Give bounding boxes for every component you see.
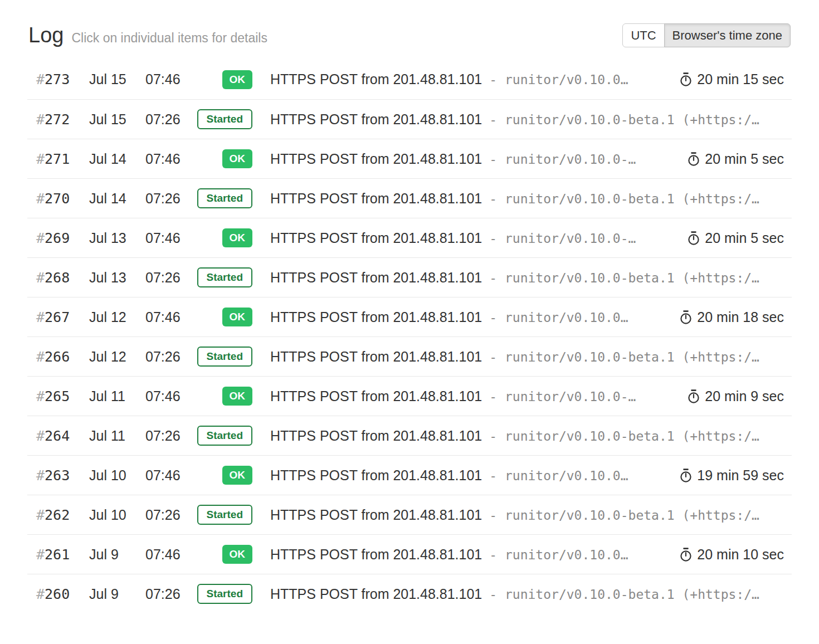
hash-prefix: # <box>36 309 45 325</box>
event-number: #264 <box>36 428 89 444</box>
stopwatch-icon <box>687 152 700 167</box>
event-date: Jul 11 <box>89 428 145 444</box>
status-badge-cell: OK <box>201 228 252 247</box>
request-summary: HTTPS POST from 201.48.81.101 <box>270 586 482 602</box>
user-agent: - runitor/v0.10.0-beta.1 (+https:/… <box>489 350 759 364</box>
event-time: 07:46 <box>145 71 201 87</box>
duration: 20 min 15 sec <box>667 71 784 87</box>
event-time: 07:26 <box>145 507 201 523</box>
event-date: Jul 12 <box>89 349 145 365</box>
duration-text: 20 min 15 sec <box>697 71 784 87</box>
log-row[interactable]: #272 Jul 15 07:26 Started HTTPS POST fro… <box>27 99 792 139</box>
hash-prefix: # <box>36 151 45 167</box>
event-description: HTTPS POST from 201.48.81.101 - runitor/… <box>270 428 784 444</box>
status-badge-cell: OK <box>201 545 252 564</box>
log-row[interactable]: #268 Jul 13 07:26 Started HTTPS POST fro… <box>27 257 792 297</box>
event-time: 07:46 <box>145 388 201 404</box>
log-row[interactable]: #261 Jul 9 07:46 OK HTTPS POST from 201.… <box>27 534 792 574</box>
status-badge: Started <box>197 584 252 604</box>
status-badge-cell: Started <box>201 188 252 208</box>
hash-prefix: # <box>36 71 45 87</box>
event-time: 07:46 <box>145 230 201 246</box>
request-summary: HTTPS POST from 201.48.81.101 <box>270 71 482 87</box>
event-description: HTTPS POST from 201.48.81.101 - runitor/… <box>270 507 784 523</box>
request-summary: HTTPS POST from 201.48.81.101 <box>270 388 482 404</box>
hash-prefix: # <box>36 547 45 563</box>
event-time: 07:26 <box>145 111 201 128</box>
user-agent: - runitor/v0.10.0-beta.1 (+https:/… <box>489 508 759 523</box>
hash-prefix: # <box>36 270 45 286</box>
log-row[interactable]: #273 Jul 15 07:46 OK HTTPS POST from 201… <box>27 60 792 99</box>
log-row[interactable]: #267 Jul 12 07:46 OK HTTPS POST from 201… <box>27 297 792 336</box>
request-summary: HTTPS POST from 201.48.81.101 <box>270 111 482 128</box>
log-row[interactable]: #263 Jul 10 07:46 OK HTTPS POST from 201… <box>27 455 792 495</box>
event-time: 07:26 <box>145 270 201 286</box>
user-agent: - runitor/v0.10.0-beta.1 (+https:/… <box>489 271 759 285</box>
status-badge: Started <box>197 267 252 287</box>
status-badge: OK <box>222 70 253 89</box>
stopwatch-icon <box>679 468 693 483</box>
event-number: #273 <box>36 71 89 87</box>
status-badge-cell: Started <box>201 505 252 525</box>
browser-timezone-button[interactable]: Browser's time zone <box>664 23 791 47</box>
status-badge: OK <box>222 308 253 326</box>
utc-button[interactable]: UTC <box>622 23 664 47</box>
log-row[interactable]: #266 Jul 12 07:26 Started HTTPS POST fro… <box>27 336 792 376</box>
log-row[interactable]: #262 Jul 10 07:26 Started HTTPS POST fro… <box>27 495 792 534</box>
log-row[interactable]: #271 Jul 14 07:46 OK HTTPS POST from 201… <box>27 139 792 178</box>
user-agent: - runitor/v0.10.0… <box>489 72 628 87</box>
duration: 20 min 5 sec <box>675 151 784 167</box>
user-agent: - runitor/v0.10.0-beta.1 (+https:/… <box>489 113 759 127</box>
user-agent: - runitor/v0.10.0-… <box>489 152 636 167</box>
status-badge-cell: OK <box>201 387 252 406</box>
log-row[interactable]: #264 Jul 11 07:26 Started HTTPS POST fro… <box>27 416 792 455</box>
event-date: Jul 9 <box>89 586 145 602</box>
event-date: Jul 11 <box>89 388 145 404</box>
log-row[interactable]: #265 Jul 11 07:46 OK HTTPS POST from 201… <box>27 376 792 416</box>
event-description: HTTPS POST from 201.48.81.101 - runitor/… <box>270 151 675 167</box>
request-summary: HTTPS POST from 201.48.81.101 <box>270 270 482 286</box>
page-header: Log Click on individual items for detail… <box>27 23 792 47</box>
duration-text: 20 min 10 sec <box>697 547 784 563</box>
duration-text: 20 min 5 sec <box>705 151 784 167</box>
user-agent: - runitor/v0.10.0-beta.1 (+https:/… <box>489 429 759 443</box>
event-description: HTTPS POST from 201.48.81.101 - runitor/… <box>270 270 784 286</box>
status-badge: OK <box>222 228 253 247</box>
event-number: #268 <box>36 270 89 286</box>
status-badge: Started <box>197 109 252 129</box>
duration-text: 20 min 18 sec <box>697 309 784 325</box>
event-time: 07:46 <box>145 151 201 167</box>
request-summary: HTTPS POST from 201.48.81.101 <box>270 151 482 167</box>
event-number: #262 <box>36 507 89 523</box>
duration-text: 19 min 59 sec <box>697 467 784 484</box>
event-number: #263 <box>36 467 89 484</box>
event-date: Jul 12 <box>89 309 145 325</box>
timezone-toggle: UTC Browser's time zone <box>622 23 791 47</box>
status-badge: OK <box>222 466 253 485</box>
event-number: #270 <box>36 191 89 207</box>
duration: 20 min 9 sec <box>675 388 784 404</box>
log-row[interactable]: #260 Jul 9 07:26 Started HTTPS POST from… <box>27 574 792 613</box>
event-time: 07:46 <box>145 309 201 325</box>
event-number: #261 <box>36 547 89 563</box>
hash-prefix: # <box>36 191 45 207</box>
event-description: HTTPS POST from 201.48.81.101 - runitor/… <box>270 71 667 87</box>
stopwatch-icon <box>687 389 700 404</box>
status-badge-cell: OK <box>201 308 252 326</box>
status-badge: Started <box>197 505 252 525</box>
request-summary: HTTPS POST from 201.48.81.101 <box>270 309 482 325</box>
status-badge: Started <box>197 188 252 208</box>
request-summary: HTTPS POST from 201.48.81.101 <box>270 349 482 365</box>
log-row[interactable]: #270 Jul 14 07:26 Started HTTPS POST fro… <box>27 178 792 218</box>
status-badge: OK <box>222 545 253 564</box>
stopwatch-icon <box>679 72 693 87</box>
stopwatch-icon <box>679 310 693 325</box>
user-agent: - runitor/v0.10.0-… <box>489 231 636 246</box>
event-description: HTTPS POST from 201.48.81.101 - runitor/… <box>270 467 667 484</box>
request-summary: HTTPS POST from 201.48.81.101 <box>270 547 482 563</box>
log-row[interactable]: #269 Jul 13 07:46 OK HTTPS POST from 201… <box>27 218 792 257</box>
event-number: #260 <box>36 586 89 602</box>
request-summary: HTTPS POST from 201.48.81.101 <box>270 467 482 484</box>
event-time: 07:26 <box>145 191 201 207</box>
request-summary: HTTPS POST from 201.48.81.101 <box>270 507 482 523</box>
